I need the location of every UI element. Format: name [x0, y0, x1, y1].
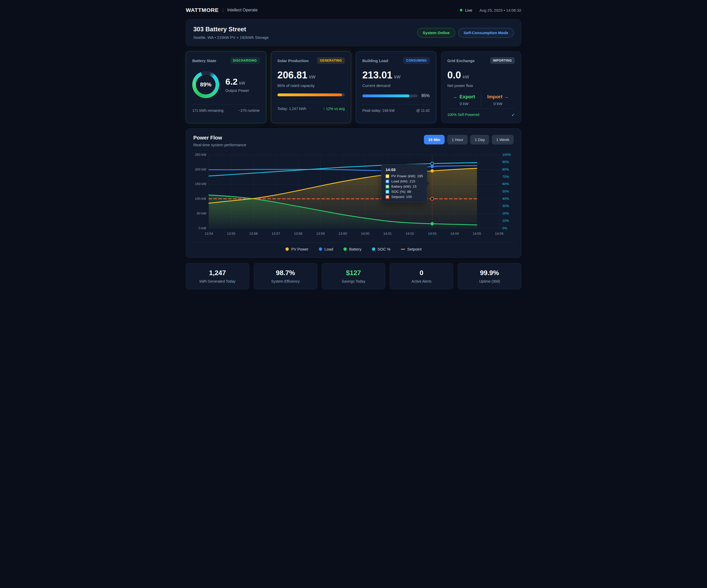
- chart-legend: PV Power Load Battery SOC % Setpoint: [193, 242, 514, 251]
- solar-production-card: Solar Production GENERATING 206.81kW 96%…: [271, 51, 351, 123]
- metric-cards-row: Battery State DISCHARGING 89% 6.2kW Outp…: [186, 51, 521, 123]
- range-button-15min[interactable]: 15 Min: [424, 135, 445, 144]
- svg-text:13:54: 13:54: [205, 232, 213, 235]
- site-banner: 303 Battery Street Seattle, WA • 215kW P…: [186, 19, 521, 46]
- grid-net-value: 0.0kW: [447, 70, 515, 81]
- building-status-badge: CONSUMING: [403, 57, 430, 64]
- building-card-title: Building Load: [362, 59, 388, 63]
- svg-text:0%: 0%: [502, 226, 507, 230]
- battery-soc-percent: 89%: [200, 81, 211, 88]
- legend-battery: Battery: [343, 247, 362, 251]
- svg-text:40%: 40%: [502, 197, 509, 201]
- pv-power-dot-icon: [285, 248, 289, 251]
- svg-text:150 kW: 150 kW: [195, 182, 206, 186]
- power-flow-chart-area[interactable]: 0 kW50 kW100 kW150 kW200 kW250 kW0%10%20…: [193, 151, 514, 239]
- stat-system-efficiency: 98.7% System Efficiency: [254, 263, 317, 289]
- site-details: Seattle, WA • 215kW PV + 192kWh Storage: [193, 35, 269, 40]
- soc-dot-icon: [372, 248, 375, 251]
- tooltip-battery-swatch: [385, 185, 389, 188]
- svg-text:250 kW: 250 kW: [195, 153, 206, 157]
- load-dot-icon: [319, 248, 322, 251]
- brand: WATTMORE | Intellect Operate: [186, 7, 258, 13]
- svg-text:13:57: 13:57: [272, 232, 280, 235]
- card-divider: [447, 108, 515, 109]
- load-progress-fill: [362, 94, 409, 97]
- svg-text:14:04: 14:04: [450, 232, 459, 235]
- battery-card-title: Battery State: [192, 59, 216, 63]
- power-flow-chart[interactable]: 0 kW50 kW100 kW150 kW200 kW250 kW0%10%20…: [193, 151, 514, 239]
- svg-text:60%: 60%: [502, 182, 509, 186]
- building-load-value: 213.01kW: [362, 70, 430, 81]
- tooltip-setpoint-swatch: [385, 195, 389, 199]
- chart-tooltip: 14:03 PV Power (kW): 195 Load (kW): 210 …: [381, 164, 427, 202]
- app-logo: WATTMORE: [186, 7, 219, 13]
- building-peak-time: @ 11:42: [416, 108, 430, 112]
- battery-runtime: ~27h runtime: [238, 108, 260, 112]
- legend-setpoint: Setpoint: [401, 247, 422, 251]
- stat-active-alerts: 0 Active Alerts: [390, 263, 453, 289]
- load-progress-percent: 85%: [421, 93, 430, 98]
- solar-vs-avg: ↑ 12% vs avg: [323, 107, 345, 111]
- grid-card-title: Grid Exchange: [447, 59, 475, 63]
- power-flow-card: Power Flow Real-time system performance …: [186, 128, 521, 258]
- grid-self-powered: 100% Self-Powered: [447, 112, 479, 117]
- svg-text:13:56: 13:56: [249, 232, 258, 235]
- range-button-1hour[interactable]: 1 Hour: [447, 135, 468, 144]
- stat-uptime: 99.9% Uptime (30d): [458, 263, 521, 289]
- grid-import-value: 0 kW: [481, 101, 515, 106]
- svg-text:0 kW: 0 kW: [199, 226, 206, 230]
- svg-text:100 kW: 100 kW: [195, 197, 206, 201]
- svg-text:50%: 50%: [502, 190, 509, 193]
- range-button-1week[interactable]: 1 Week: [492, 135, 514, 144]
- stat-savings-today: $127 Savings Today: [322, 263, 385, 289]
- solar-status-badge: GENERATING: [317, 57, 345, 64]
- svg-text:13:59: 13:59: [316, 232, 325, 235]
- svg-text:80%: 80%: [502, 167, 509, 171]
- header-datetime: Aug 25, 2025 • 14:06:32: [479, 8, 521, 12]
- grid-export-label: ← Export: [447, 94, 481, 100]
- svg-text:14:06: 14:06: [495, 232, 503, 235]
- grid-net-label: Net power flow: [447, 83, 515, 88]
- range-button-1day[interactable]: 1 Day: [470, 135, 489, 144]
- svg-text:14:01: 14:01: [383, 232, 392, 235]
- solar-card-title: Solar Production: [277, 59, 309, 63]
- svg-text:13:55: 13:55: [227, 232, 235, 235]
- grid-import-label: Import →: [481, 94, 515, 100]
- svg-text:13:60: 13:60: [339, 232, 347, 235]
- tooltip-load-swatch: [385, 179, 389, 183]
- svg-text:14:03: 14:03: [428, 232, 436, 235]
- svg-text:10%: 10%: [502, 219, 509, 223]
- site-info: 303 Battery Street Seattle, WA • 215kW P…: [193, 26, 269, 40]
- svg-text:14:05: 14:05: [473, 232, 481, 235]
- self-consumption-mode-badge[interactable]: Self-Consumption Mode: [458, 28, 514, 37]
- solar-progress-fill: [277, 93, 342, 96]
- brand-divider: |: [222, 7, 224, 13]
- grid-export-block: ← Export 0 kW: [447, 94, 481, 106]
- svg-text:50 kW: 50 kW: [197, 211, 206, 215]
- power-flow-subtitle: Real-time system performance: [193, 142, 246, 147]
- battery-output-label: Output Power: [226, 88, 249, 93]
- legend-load: Load: [319, 247, 333, 251]
- check-icon: ✓: [511, 112, 515, 117]
- time-range-selector: 15 Min 1 Hour 1 Day 1 Week: [424, 135, 514, 144]
- grid-import-block: Import → 0 kW: [481, 94, 515, 106]
- solar-power-value: 206.81kW: [277, 70, 345, 81]
- top-bar: WATTMORE | Intellect Operate Live Aug 25…: [186, 4, 521, 16]
- svg-text:90%: 90%: [502, 160, 509, 164]
- building-demand-label: Current demand: [362, 83, 430, 88]
- tooltip-soc-swatch: [385, 190, 389, 194]
- building-load-card: Building Load CONSUMING 213.01kW Current…: [356, 51, 436, 123]
- solar-progress-track: [277, 93, 345, 96]
- svg-text:20%: 20%: [502, 211, 509, 215]
- product-name: Intellect Operate: [227, 8, 258, 12]
- card-divider: [277, 102, 345, 103]
- battery-soc-gauge: 89%: [192, 71, 219, 98]
- building-peak: Peak today: 248 kW: [362, 108, 395, 112]
- site-name: 303 Battery Street: [193, 26, 269, 33]
- load-progress-track: [362, 94, 418, 97]
- header-status: Live Aug 25, 2025 • 14:06:32: [460, 8, 521, 12]
- svg-text:100%: 100%: [502, 153, 511, 157]
- grid-export-value: 0 kW: [447, 101, 481, 106]
- power-flow-title: Power Flow: [193, 135, 246, 141]
- live-indicator-icon: [460, 9, 463, 11]
